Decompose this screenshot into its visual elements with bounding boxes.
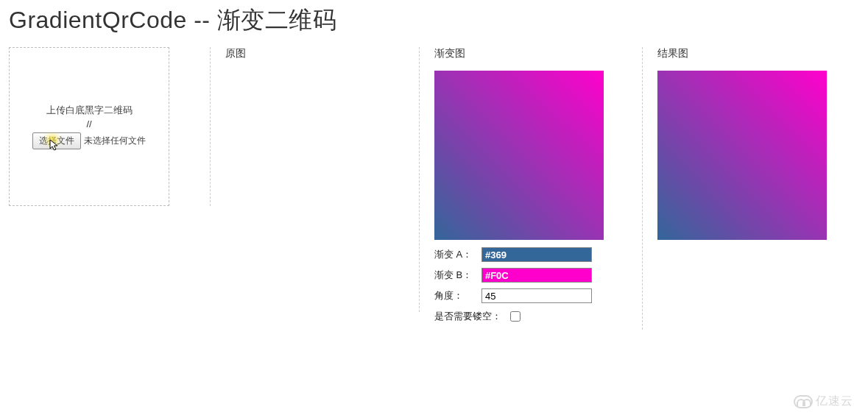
colorB-label: 渐变 B： xyxy=(434,269,476,282)
upload-dropzone[interactable]: 上传白底黑字二维码 // 选择文件 未选择任何文件 xyxy=(9,47,169,206)
main-container: 上传白底黑字二维码 // 选择文件 未选择任何文件 原图 渐变图 渐变 A： xyxy=(0,47,868,330)
original-header: 原图 xyxy=(225,47,389,60)
angle-input[interactable] xyxy=(481,288,592,303)
file-picker-row: 选择文件 未选择任何文件 xyxy=(32,132,146,149)
colorA-input[interactable] xyxy=(481,247,592,262)
original-column: 原图 xyxy=(211,47,420,312)
upload-column: 上传白底黑字二维码 // 选择文件 未选择任何文件 xyxy=(9,47,211,206)
upload-hint: 上传白底黑字二维码 xyxy=(46,104,133,117)
upload-slashes: // xyxy=(86,118,91,130)
gradient-column: 渐变图 渐变 A： 渐变 B： 角度： 是否需要镂空： xyxy=(420,47,643,330)
choose-file-button[interactable]: 选择文件 xyxy=(32,132,81,149)
gradient-header: 渐变图 xyxy=(434,47,613,60)
no-file-label: 未选择任何文件 xyxy=(84,135,146,147)
colorB-input[interactable] xyxy=(481,268,592,283)
choose-file-label: 选择文件 xyxy=(39,135,74,146)
angle-label: 角度： xyxy=(434,289,476,302)
gradient-preview xyxy=(434,71,604,240)
result-column: 结果图 xyxy=(643,47,859,240)
colorA-label: 渐变 A： xyxy=(434,248,476,261)
result-header: 结果图 xyxy=(657,47,830,60)
hollow-checkbox[interactable] xyxy=(510,311,521,322)
result-preview xyxy=(657,71,827,240)
gradient-controls: 渐变 A： 渐变 B： 角度： 是否需要镂空： xyxy=(434,247,613,324)
hollow-label: 是否需要镂空： xyxy=(434,310,501,323)
page-title: GradientQrCode -- 渐变二维码 xyxy=(0,0,868,47)
